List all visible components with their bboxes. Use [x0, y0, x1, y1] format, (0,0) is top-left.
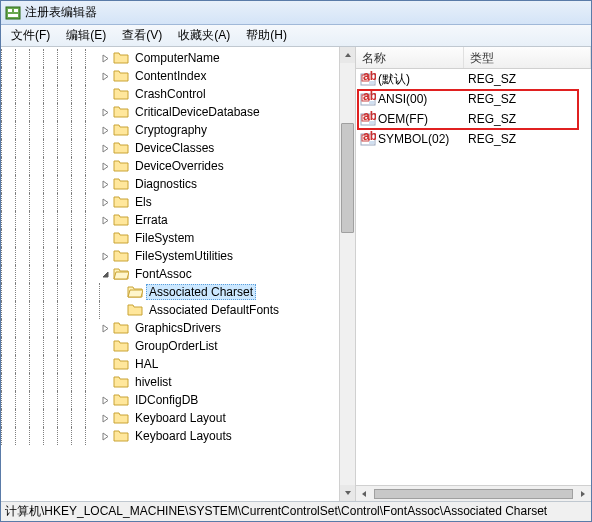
string-value-icon: ab [360, 91, 376, 107]
tree-label[interactable]: GraphicsDrivers [132, 320, 224, 336]
tree-item[interactable]: hivelist [1, 373, 355, 391]
tree-item[interactable]: Cryptography [1, 121, 355, 139]
tree-item[interactable]: CrashControl [1, 85, 355, 103]
tree-item[interactable]: Keyboard Layout [1, 409, 355, 427]
tree-item[interactable]: GroupOrderList [1, 337, 355, 355]
tree-expander-icon[interactable] [99, 106, 111, 118]
tree-expander-icon[interactable] [99, 196, 111, 208]
tree-label[interactable]: GroupOrderList [132, 338, 221, 354]
tree-expander-icon[interactable] [99, 250, 111, 262]
menu-view[interactable]: 查看(V) [114, 25, 170, 46]
list-scrollbar-h[interactable] [356, 485, 591, 501]
tree-label[interactable]: Keyboard Layouts [132, 428, 235, 444]
tree-label[interactable]: HAL [132, 356, 161, 372]
tree-item[interactable]: GraphicsDrivers [1, 319, 355, 337]
string-value-icon: ab [360, 71, 376, 87]
list-row[interactable]: ab OEM(FF) REG_SZ [356, 109, 591, 129]
scroll-up-icon[interactable] [340, 47, 355, 63]
tree-label[interactable]: ContentIndex [132, 68, 209, 84]
tree-expander-icon[interactable] [99, 88, 111, 100]
tree-item[interactable]: ContentIndex [1, 67, 355, 85]
tree-expander-icon[interactable] [99, 232, 111, 244]
tree-expander-icon[interactable] [113, 304, 125, 316]
scroll-down-icon[interactable] [340, 485, 355, 501]
tree-expander-icon[interactable] [99, 160, 111, 172]
menu-file[interactable]: 文件(F) [3, 25, 58, 46]
tree-expander-icon[interactable] [99, 52, 111, 64]
folder-icon [113, 339, 129, 353]
tree-label[interactable]: Associated DefaultFonts [146, 302, 282, 318]
list-body[interactable]: ab (默认) REG_SZ ab ANSI(00) REG_SZ ab OEM… [356, 69, 591, 485]
tree-expander-icon[interactable] [99, 358, 111, 370]
tree-expander-icon[interactable] [99, 124, 111, 136]
list-row[interactable]: ab (默认) REG_SZ [356, 69, 591, 89]
tree-label[interactable]: ComputerName [132, 50, 223, 66]
tree-item[interactable]: HAL [1, 355, 355, 373]
tree-item[interactable]: FileSystemUtilities [1, 247, 355, 265]
folder-icon [113, 69, 129, 83]
string-value-icon: ab [360, 131, 376, 147]
tree-expander-icon[interactable] [99, 430, 111, 442]
tree-label[interactable]: DeviceClasses [132, 140, 217, 156]
tree-item[interactable]: DeviceOverrides [1, 157, 355, 175]
tree-label[interactable]: IDConfigDB [132, 392, 201, 408]
tree-label[interactable]: Cryptography [132, 122, 210, 138]
tree-expander-icon[interactable] [99, 178, 111, 190]
tree-label[interactable]: Els [132, 194, 155, 210]
tree-label[interactable]: Associated Charset [146, 284, 256, 300]
tree-label[interactable]: Errata [132, 212, 171, 228]
list-row[interactable]: ab ANSI(00) REG_SZ [356, 89, 591, 109]
folder-icon [113, 357, 129, 371]
tree-expander-icon[interactable] [99, 142, 111, 154]
tree-expander-icon[interactable] [99, 412, 111, 424]
scrollbar-thumb[interactable] [341, 123, 354, 233]
tree-scrollbar[interactable] [339, 47, 355, 501]
tree-expander-icon[interactable] [99, 340, 111, 352]
tree-item[interactable]: ComputerName [1, 49, 355, 67]
column-name[interactable]: 名称 [356, 47, 464, 68]
tree-item[interactable]: Els [1, 193, 355, 211]
tree-item[interactable]: CriticalDeviceDatabase [1, 103, 355, 121]
tree-label[interactable]: CriticalDeviceDatabase [132, 104, 263, 120]
tree-expander-icon[interactable] [99, 394, 111, 406]
window-title: 注册表编辑器 [25, 4, 97, 21]
tree-expander-icon[interactable] [99, 70, 111, 82]
tree-label[interactable]: Keyboard Layout [132, 410, 229, 426]
tree-expander-icon[interactable] [113, 286, 125, 298]
folder-icon [113, 249, 129, 263]
menu-help[interactable]: 帮助(H) [238, 25, 295, 46]
folder-icon [113, 177, 129, 191]
folder-icon [127, 285, 143, 299]
list-row[interactable]: ab SYMBOL(02) REG_SZ [356, 129, 591, 149]
tree-label[interactable]: FontAssoc [132, 266, 195, 282]
tree-expander-icon[interactable] [99, 268, 111, 280]
tree-label[interactable]: FileSystemUtilities [132, 248, 236, 264]
tree-item[interactable]: Keyboard Layouts [1, 427, 355, 445]
tree-item[interactable]: Errata [1, 211, 355, 229]
registry-tree: ComputerName ContentIndex CrashControl C… [1, 47, 355, 447]
tree-item[interactable]: FileSystem [1, 229, 355, 247]
content-area: ComputerName ContentIndex CrashControl C… [1, 47, 591, 501]
tree-expander-icon[interactable] [99, 214, 111, 226]
column-type[interactable]: 类型 [464, 47, 591, 68]
tree-item[interactable]: Associated DefaultFonts [1, 301, 355, 319]
tree-expander-icon[interactable] [99, 322, 111, 334]
tree-label[interactable]: Diagnostics [132, 176, 200, 192]
tree-label[interactable]: FileSystem [132, 230, 197, 246]
menu-favorites[interactable]: 收藏夹(A) [170, 25, 238, 46]
tree-pane[interactable]: ComputerName ContentIndex CrashControl C… [1, 47, 356, 501]
tree-item[interactable]: Associated Charset [1, 283, 355, 301]
tree-item[interactable]: IDConfigDB [1, 391, 355, 409]
tree-item[interactable]: FontAssoc [1, 265, 355, 283]
tree-label[interactable]: DeviceOverrides [132, 158, 227, 174]
folder-icon [113, 393, 129, 407]
svg-rect-2 [14, 9, 18, 12]
scrollbar-h-thumb[interactable] [374, 489, 573, 499]
menu-edit[interactable]: 编辑(E) [58, 25, 114, 46]
tree-item[interactable]: Diagnostics [1, 175, 355, 193]
tree-label[interactable]: CrashControl [132, 86, 209, 102]
tree-expander-icon[interactable] [99, 376, 111, 388]
tree-item[interactable]: DeviceClasses [1, 139, 355, 157]
folder-icon [113, 231, 129, 245]
tree-label[interactable]: hivelist [132, 374, 175, 390]
